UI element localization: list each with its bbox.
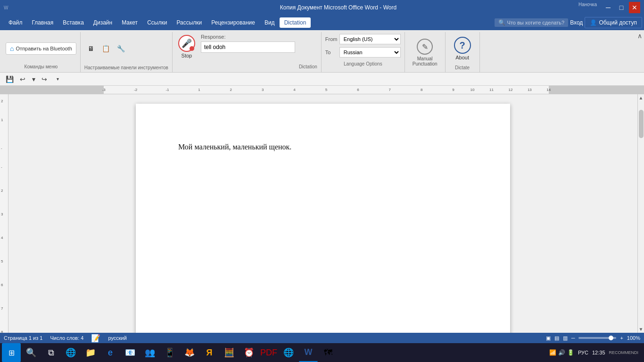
document-page[interactable]: Мой маленький, маленький щенок. [136, 104, 510, 333]
ruler-mark-7: 7 [389, 88, 391, 92]
explorer-button[interactable]: 📁 [81, 343, 100, 362]
qat-more-button[interactable]: ▾ [52, 74, 63, 85]
ruler-mark-8: 8 [421, 88, 422, 92]
vertical-scrollbar[interactable]: ▲ ▼ [637, 94, 644, 333]
people-icon: 👥 [145, 347, 155, 358]
ruler-mark-n3: -3 [102, 88, 106, 92]
volume-icon[interactable]: 🔊 [558, 349, 565, 356]
maximize-button[interactable]: □ [616, 2, 627, 13]
response-input[interactable] [201, 41, 295, 53]
manual-punctuation-button[interactable]: ✎ ManualPunctuation [409, 36, 441, 68]
commands-group-label: Команды меню [6, 64, 76, 70]
about-label: About [455, 55, 469, 60]
people-button[interactable]: 👥 [140, 343, 159, 362]
zoom-slider-container[interactable] [578, 337, 616, 339]
ribbon-group-dictation: 🎤 Stop Response: Dictation [173, 32, 322, 72]
zoom-in-button[interactable]: + [620, 335, 623, 341]
firefox-button[interactable]: 🦊 [180, 343, 199, 362]
stop-indicator [190, 46, 194, 51]
chrome-button[interactable]: 🌐 [279, 343, 298, 362]
ie-button[interactable]: e [101, 343, 120, 362]
about-circle: ? [454, 37, 471, 54]
undo-qat-button[interactable]: ↩ [17, 74, 28, 85]
to-select[interactable]: Russian English (US) German [339, 47, 401, 58]
pdf-button[interactable]: PDF [259, 343, 278, 362]
view-icon-3[interactable]: ▥ [563, 335, 568, 341]
yandex-button[interactable]: Я [200, 343, 219, 362]
to-row: To Russian English (US) German [325, 47, 401, 58]
search-box[interactable]: 🔍 Что вы хотите сделать? [495, 18, 569, 27]
minimize-button[interactable]: ─ [603, 2, 614, 13]
bluetooth-button[interactable]: ⌂ Отправить на Bluetooth [6, 42, 76, 55]
menu-item-view[interactable]: Вид [260, 17, 280, 28]
phone-button[interactable]: 📱 [160, 343, 179, 362]
scrollbar-thumb[interactable] [639, 110, 644, 138]
from-select[interactable]: English (US) Russian German [339, 34, 401, 44]
explorer-icon: 📁 [85, 347, 96, 358]
v-ruler-2: 2 [1, 99, 3, 103]
mail-button[interactable]: 📧 [121, 343, 140, 362]
menu-item-home[interactable]: Главная [27, 17, 58, 28]
word-button[interactable]: W [299, 343, 318, 362]
mail-icon: 📧 [125, 347, 135, 358]
calculator-button[interactable]: 🧮 [220, 343, 239, 362]
zoom-out-button[interactable]: ─ [571, 335, 575, 341]
menu-item-layout[interactable]: Макет [117, 17, 142, 28]
search-icon: 🔍 [498, 19, 505, 26]
dictate-group-label: Dictate [449, 65, 476, 71]
clock-display[interactable]: 12:35 [592, 350, 605, 355]
ruler-mark-n2: -2 [134, 88, 137, 92]
page-count: Страница 1 из 1 [4, 335, 42, 341]
ruler-mark-4: 4 [293, 88, 295, 92]
document-container: 2 1 - - 2 3 4 5 6 7 8 9 10 Мой маленький… [0, 94, 644, 333]
taskview-button[interactable]: ⧉ [41, 343, 60, 362]
battery-icon[interactable]: 🔋 [567, 349, 574, 356]
network-icon[interactable]: 📶 [549, 349, 556, 356]
zoom-slider[interactable] [578, 337, 616, 339]
document-text[interactable]: Мой маленький, маленький щенок. [178, 141, 468, 153]
menu-item-file[interactable]: Файл [4, 17, 27, 28]
menu-item-references[interactable]: Ссылки [142, 17, 172, 28]
pdf-icon: PDF [260, 348, 277, 358]
v-ruler-2b: 2 [1, 189, 3, 193]
ruler-mark-10: 10 [471, 88, 475, 92]
ribbon-collapse-button[interactable]: ∧ [637, 32, 642, 40]
view-icon-2[interactable]: ▤ [554, 335, 559, 341]
maps-button[interactable]: 🗺 [319, 343, 338, 362]
about-button[interactable]: ? About [449, 35, 476, 62]
undo-dropdown-button[interactable]: ▾ [30, 74, 37, 85]
ruler-mark-3: 3 [262, 88, 264, 92]
menu-item-insert[interactable]: Вставка [58, 17, 89, 28]
ruler-mark-5: 5 [325, 88, 327, 92]
scrollbar-down-arrow[interactable]: ▼ [639, 327, 644, 332]
stop-button[interactable]: 🎤 Stop [176, 34, 197, 59]
language-kbd[interactable]: РУС [578, 350, 588, 355]
qat-icon-2[interactable]: 📋 [99, 42, 113, 55]
menu-item-review[interactable]: Рецензирование [206, 17, 260, 28]
share-button[interactable]: 👤 Общий доступ [585, 17, 642, 28]
view-icon-1[interactable]: ▣ [546, 335, 551, 341]
title-bar-user-tag: Наночка [578, 2, 597, 13]
qat-icon-1[interactable]: 🖥 [84, 42, 98, 55]
maps-icon: 🗺 [324, 348, 332, 358]
save-qat-button[interactable]: 💾 [4, 74, 15, 85]
ribbon-group-qat: 🖥 📋 🔧 Настраиваемые панели инструментов [81, 32, 173, 72]
edge-icon: 🌐 [66, 347, 76, 358]
start-button[interactable]: ⊞ [2, 343, 21, 362]
edge-browser-button[interactable]: 🌐 [61, 343, 80, 362]
redo-qat-button[interactable]: ↪ [39, 74, 50, 85]
close-button[interactable]: ✕ [629, 2, 640, 13]
signin-link[interactable]: Вход [570, 19, 583, 26]
v-ruler-5: 5 [1, 259, 3, 263]
menu-item-dictation[interactable]: Dictation [280, 17, 311, 28]
search-taskbar-button[interactable]: 🔍 [22, 343, 41, 362]
page-wrapper[interactable]: Мой маленький, маленький щенок. [8, 94, 637, 333]
menu-item-mailings[interactable]: Рассылки [172, 17, 206, 28]
zoom-thumb [609, 336, 613, 340]
scrollbar-up-arrow[interactable]: ▲ [639, 95, 644, 100]
clock-button[interactable]: ⏰ [239, 343, 258, 362]
menu-item-design[interactable]: Дизайн [89, 17, 117, 28]
proofing-icon: 📝 [91, 334, 100, 343]
qat-icon-3[interactable]: 🔧 [115, 42, 128, 55]
ribbon-group-commands: ⌂ Отправить на Bluetooth Команды меню [2, 32, 81, 72]
